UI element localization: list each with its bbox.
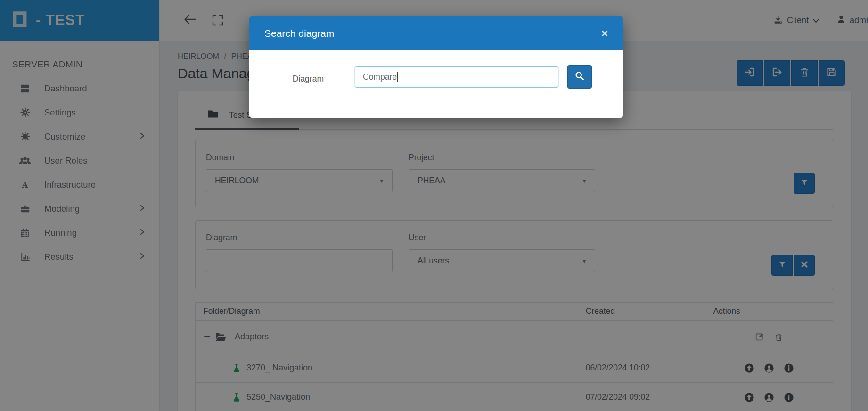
search-diagram-modal: Search diagram × Diagram Compare — [249, 16, 623, 118]
modal-search-button[interactable] — [567, 65, 592, 89]
modal-title: Search diagram — [264, 28, 334, 39]
text-cursor — [397, 72, 398, 82]
diagram-search-label: Diagram — [268, 74, 324, 84]
modal-body: Diagram Compare — [249, 50, 623, 118]
close-icon[interactable]: × — [601, 28, 608, 39]
magnifier-icon — [574, 71, 585, 83]
diagram-search-input[interactable]: Compare — [355, 66, 558, 88]
modal-header: Search diagram × — [249, 16, 623, 50]
diagram-search-value: Compare — [363, 72, 397, 82]
